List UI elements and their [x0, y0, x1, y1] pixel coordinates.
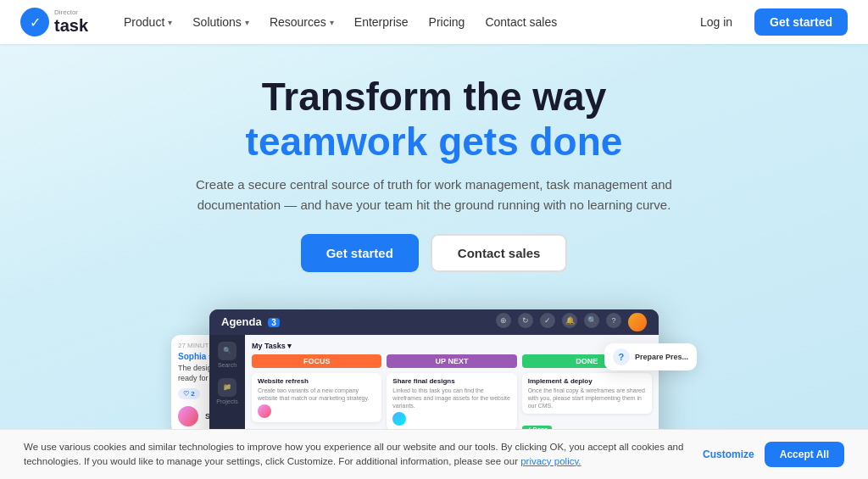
- nav-item-product[interactable]: Product ▾: [115, 10, 181, 34]
- sidebar-label-projects: Projects: [216, 398, 237, 404]
- avatar: [392, 412, 406, 426]
- refresh-icon: ↻: [518, 313, 533, 328]
- hero-buttons: Get started Contact sales: [17, 234, 851, 272]
- nav-item-enterprise[interactable]: Enterprise: [346, 10, 417, 34]
- search-icon: 🔍: [218, 342, 236, 360]
- card-title: Share final designs: [392, 377, 510, 385]
- logo[interactable]: ✓ Director task: [20, 8, 88, 36]
- cookie-text: We use various cookies and similar techn…: [24, 440, 689, 470]
- card-title: Implement & deploy: [528, 377, 646, 385]
- hero-heading: Transform the way teamwork gets done: [17, 75, 851, 164]
- kanban-card: Implement & deploy Once the final copy &…: [522, 373, 652, 414]
- tasks-title: My Tasks ▾: [252, 342, 292, 350]
- logo-icon: ✓: [20, 8, 49, 36]
- login-button[interactable]: Log in: [688, 9, 744, 35]
- logo-name: task: [54, 16, 88, 35]
- chevron-down-icon: ▾: [330, 18, 334, 27]
- card-tags: [392, 412, 510, 426]
- app-topbar-title: Agenda 3: [221, 315, 487, 328]
- check-icon: ✓: [540, 313, 555, 328]
- nav-item-pricing[interactable]: Pricing: [420, 10, 474, 34]
- logo-brand: Director: [54, 9, 88, 17]
- help-icon: ?: [606, 313, 621, 328]
- app-topbar: Agenda 3 ⊕ ↻ ✓ 🔔 🔍 ?: [209, 309, 659, 335]
- add-icon: ⊕: [496, 313, 511, 328]
- nav-right: Log in Get started: [688, 8, 848, 36]
- sidebar-item-search: 🔍 Search: [218, 342, 236, 368]
- kanban-card: Website refresh Create two variants of a…: [252, 373, 381, 422]
- card-tags: [258, 404, 376, 418]
- bell-icon: 🔔: [562, 313, 577, 328]
- hero-get-started-button[interactable]: Get started: [301, 234, 419, 272]
- customize-button[interactable]: Customize: [703, 448, 754, 460]
- kanban-col-header-focus: FOCUS: [252, 354, 381, 368]
- cookie-actions: Customize Accept All: [703, 442, 844, 467]
- cookie-banner: We use various cookies and similar techn…: [0, 429, 868, 480]
- nav-item-contact-sales[interactable]: Contact sales: [476, 10, 565, 34]
- kanban-card: Share final designs Linked to this task …: [387, 373, 516, 430]
- nav-links: Product ▾ Solutions ▾ Resources ▾ Enterp…: [115, 10, 688, 34]
- kanban-header: FOCUS UP NEXT DONE: [252, 354, 652, 368]
- avatar: [258, 404, 271, 418]
- card-desc: Linked to this task you can find the wir…: [392, 387, 510, 409]
- search-icon: 🔍: [584, 313, 599, 328]
- reaction-badge: ♡ 2: [178, 388, 200, 399]
- card-desc: Create two variants of a new company web…: [258, 387, 376, 402]
- card-title: Website refresh: [258, 377, 376, 385]
- nav-item-resources[interactable]: Resources ▾: [261, 10, 342, 34]
- chevron-down-icon: ▾: [245, 18, 249, 27]
- get-started-button[interactable]: Get started: [754, 8, 848, 36]
- hero-subtext: Create a secure central source of truth …: [180, 175, 688, 215]
- avatar: [178, 406, 198, 426]
- projects-icon: 📁: [218, 378, 236, 397]
- prepare-presentation-card: ? Prepare Pres...: [604, 343, 697, 370]
- sidebar-label-search: Search: [218, 362, 236, 368]
- hero-section: Transform the way teamwork gets done Cre…: [0, 44, 868, 309]
- nav-item-solutions[interactable]: Solutions ▾: [184, 10, 258, 34]
- question-icon: ?: [613, 348, 630, 365]
- topbar-badge: 3: [268, 318, 280, 327]
- chevron-down-icon: ▾: [168, 18, 172, 27]
- accept-all-button[interactable]: Accept All: [765, 442, 844, 467]
- tasks-header: My Tasks ▾: [252, 342, 652, 350]
- right-card-label: Prepare Pres...: [635, 353, 688, 361]
- app-topbar-icons: ⊕ ↻ ✓ 🔔 🔍 ?: [496, 313, 647, 331]
- avatar: [628, 313, 647, 331]
- card-desc: Once the final copy & wireframes are sha…: [528, 387, 646, 409]
- kanban-col-header-upnext: UP NEXT: [387, 354, 516, 368]
- navbar: ✓ Director task Product ▾ Solutions ▾ Re…: [0, 0, 868, 44]
- sidebar-item-projects: 📁 Projects: [216, 378, 237, 404]
- privacy-policy-link[interactable]: privacy policy.: [520, 456, 581, 466]
- hero-contact-sales-button[interactable]: Contact sales: [431, 234, 568, 272]
